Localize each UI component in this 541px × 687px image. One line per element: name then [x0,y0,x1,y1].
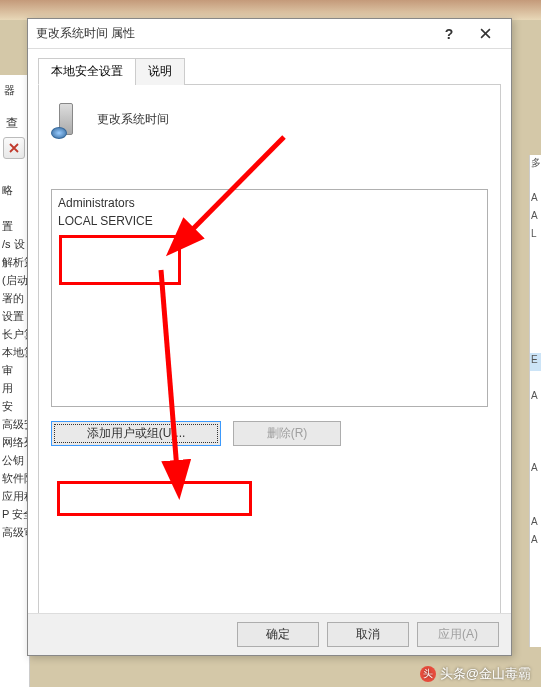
tree-item[interactable]: 解析策 [0,253,29,271]
right-item: L [530,227,541,245]
list-entry[interactable]: Administrators [58,194,481,212]
tab-strip: 本地安全设置 说明 [38,57,501,85]
tree-item[interactable]: 用 [0,379,29,397]
watermark-icon: 头 [420,666,436,682]
left-panel-label: 器 [4,83,15,98]
tree-item[interactable]: (启动 [0,271,29,289]
ok-button[interactable]: 确定 [237,622,319,647]
tab-content: 更改系统时间 Administrators LOCAL SERVICE 添加用户… [38,85,501,615]
tree-item[interactable]: 置 [0,217,29,235]
principals-listbox[interactable]: Administrators LOCAL SERVICE [51,189,488,407]
dialog-title: 更改系统时间 属性 [36,25,431,42]
right-item: A [530,209,541,227]
right-item [530,173,541,191]
left-panel-search-label: 查 [6,115,18,132]
policy-icon [51,99,85,139]
tree-item[interactable]: P 安全 [0,505,29,523]
right-item [530,443,541,461]
tree-item[interactable]: 审 [0,361,29,379]
right-item [530,479,541,497]
help-button[interactable]: ? [431,22,467,46]
right-item: A [530,515,541,533]
tab-description[interactable]: 说明 [135,58,185,85]
toolbar-close-button[interactable] [3,137,25,159]
apply-button: 应用(A) [417,622,499,647]
tree-item[interactable]: 高级审 [0,523,29,541]
right-item: A [530,191,541,209]
right-item [530,425,541,443]
right-item [530,281,541,299]
right-item [530,299,541,317]
tree-item[interactable]: 安 [0,397,29,415]
right-item: A [530,389,541,407]
tree-item[interactable]: 公钥 [0,451,29,469]
annotation-highlight-add [57,481,252,516]
tree-item[interactable]: 软件限 [0,469,29,487]
tree-item[interactable]: 设置 [0,307,29,325]
watermark-text: 头条@金山毒霸 [440,665,531,683]
right-item [530,317,541,335]
left-panel-strip: 器 查 略 置 /s 设 解析策 (启动 署的 设置 长户算 本地算 审 用 安… [0,75,30,687]
tree-item[interactable]: 署的 [0,289,29,307]
tree-item[interactable]: 本地算 [0,343,29,361]
right-panel-strip: 多 A A L E A A A A [529,155,541,647]
right-item [530,335,541,353]
right-item: A [530,461,541,479]
titlebar: 更改系统时间 属性 ? [28,19,511,49]
tree-item[interactable]: 略 [0,181,29,199]
close-button[interactable] [467,22,503,46]
tree-item[interactable]: /s 设 [0,235,29,253]
right-item [530,245,541,263]
add-user-or-group-button[interactable]: 添加用户或组(U)... [51,421,221,446]
cancel-button[interactable]: 取消 [327,622,409,647]
tree-item[interactable]: 高级安 [0,415,29,433]
tree-item[interactable] [0,199,29,217]
watermark: 头 头条@金山毒霸 [420,665,531,683]
tab-local-security[interactable]: 本地安全设置 [38,58,136,85]
tree-item[interactable]: 应用程 [0,487,29,505]
right-item: 多 [530,155,541,173]
properties-dialog: 更改系统时间 属性 ? 本地安全设置 说明 更改系统时间 Administrat… [27,18,512,656]
right-item [530,497,541,515]
dialog-button-bar: 确定 取消 应用(A) [28,613,511,655]
tree-item[interactable]: 长户算 [0,325,29,343]
right-item [530,263,541,281]
right-item [530,371,541,389]
right-item [530,407,541,425]
right-item: E [530,353,541,371]
remove-button: 删除(R) [233,421,341,446]
right-item: A [530,533,541,551]
policy-title: 更改系统时间 [97,111,169,128]
tree-item[interactable]: 网络列 [0,433,29,451]
list-entry[interactable]: LOCAL SERVICE [58,212,481,230]
